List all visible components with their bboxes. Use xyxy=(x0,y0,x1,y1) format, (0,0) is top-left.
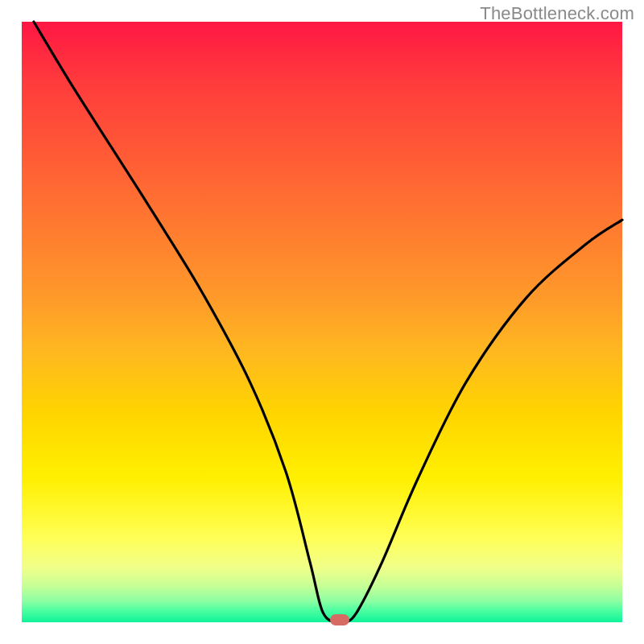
watermark-text: TheBottleneck.com xyxy=(480,3,634,24)
plot-area xyxy=(22,22,622,622)
curve-svg xyxy=(22,22,622,622)
bottleneck-curve-path xyxy=(34,22,622,624)
chart-container: TheBottleneck.com xyxy=(0,0,644,644)
optimal-point-marker xyxy=(330,614,349,625)
